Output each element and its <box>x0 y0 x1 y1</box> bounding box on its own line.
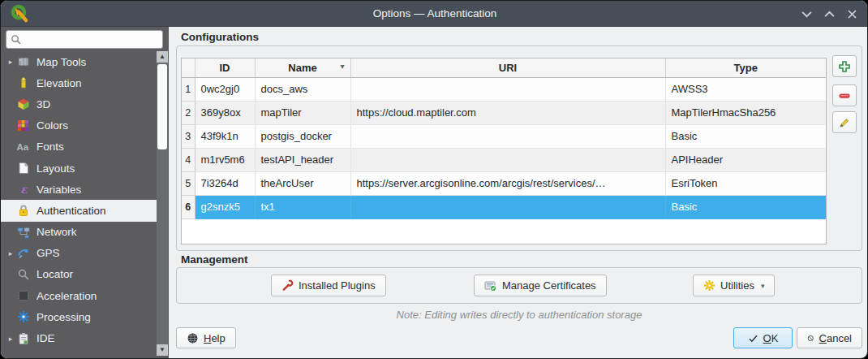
cell-uri[interactable] <box>350 195 665 218</box>
scroll-up-icon[interactable]: ▲ <box>157 51 168 63</box>
configurations-table[interactable]: ID Name▾ URI Type 1 0wc2gj0 docs_aws AWS… <box>181 58 827 244</box>
cell-id[interactable]: 369y8ox <box>195 101 255 124</box>
cell-type[interactable]: EsriToken <box>665 171 826 195</box>
network-icon <box>16 225 30 239</box>
row-number[interactable]: 6 <box>182 195 195 218</box>
table-row-selected[interactable]: 6 g2snzk5 tx1 Basic <box>182 195 826 218</box>
help-button[interactable]: Help <box>176 327 236 348</box>
sidebar-item-label: Processing <box>37 311 91 323</box>
row-number[interactable]: 4 <box>182 148 195 171</box>
sidebar-item-acceleration[interactable]: Acceleration <box>1 285 157 306</box>
edit-configuration-button[interactable] <box>832 111 857 133</box>
ok-button[interactable]: OK <box>733 327 793 348</box>
table-row[interactable]: 2 369y8ox mapTiler https://cloud.maptile… <box>182 101 826 124</box>
cell-uri[interactable] <box>350 124 665 148</box>
sidebar-search[interactable] <box>6 30 163 49</box>
title-bar[interactable]: Options — Authentication <box>1 1 868 27</box>
cell-uri[interactable] <box>350 77 665 101</box>
cancel-button[interactable]: Cancel <box>797 327 862 348</box>
column-header-id[interactable]: ID <box>195 58 255 77</box>
utilities-button[interactable]: Utilities ▾ <box>693 275 775 296</box>
table-row[interactable]: 3 43f9k1n postgis_docker Basic <box>182 124 826 148</box>
sidebar-item-3d[interactable]: 3D <box>1 93 157 115</box>
cell-name[interactable]: mapTiler <box>255 101 350 124</box>
search-input[interactable] <box>24 34 158 45</box>
corner-header <box>182 58 195 77</box>
add-configuration-button[interactable] <box>832 55 857 77</box>
wrench-icon <box>281 279 294 292</box>
scrollbar-thumb[interactable] <box>157 64 167 149</box>
colors-icon <box>16 119 30 132</box>
sidebar-item-authentication[interactable]: Authentication <box>1 200 157 221</box>
cell-id[interactable]: 7i3264d <box>195 171 255 195</box>
cell-name[interactable]: tx1 <box>255 195 350 218</box>
window-shade-icon[interactable] <box>801 8 812 19</box>
cell-id[interactable]: 43f9k1n <box>195 124 255 148</box>
expand-arrow-icon[interactable]: ▸ <box>5 335 16 343</box>
column-header-name[interactable]: Name▾ <box>255 58 350 77</box>
sidebar-item-processing[interactable]: Processing <box>1 306 157 327</box>
expand-arrow-icon[interactable]: ▸ <box>5 249 16 257</box>
sidebar-item-elevation[interactable]: Elevation <box>1 72 157 93</box>
check-icon <box>748 333 758 344</box>
cell-uri[interactable]: https://server.arcgisonline.com/arcgis/r… <box>350 171 665 195</box>
cell-type[interactable]: Basic <box>665 195 826 218</box>
table-row[interactable]: 1 0wc2gj0 docs_aws AWSS3 <box>182 77 826 101</box>
sort-descending-icon: ▾ <box>340 62 344 71</box>
cell-id[interactable]: g2snzk5 <box>195 195 255 218</box>
sidebar-item-ide[interactable]: ▸ IDE <box>1 327 157 348</box>
table-row[interactable]: 5 7i3264d theArcUser https://server.arcg… <box>182 171 826 195</box>
cell-name[interactable]: postgis_docker <box>255 124 350 148</box>
svg-text:ε: ε <box>20 183 28 196</box>
help-icon <box>187 332 199 344</box>
gps-icon <box>16 246 30 260</box>
window-maximize-icon[interactable] <box>823 8 835 19</box>
sidebar-scrollbar[interactable]: ▲ ▼ <box>157 51 168 356</box>
sidebar-item-label: IDE <box>37 332 55 344</box>
installed-plugins-label: Installed Plugins <box>299 279 376 292</box>
sidebar-item-locator[interactable]: Locator <box>1 264 157 285</box>
sidebar-item-network[interactable]: Network <box>1 222 157 243</box>
remove-configuration-button[interactable] <box>832 84 857 106</box>
sidebar-item-label: Variables <box>37 184 81 196</box>
sidebar-item-label: Locator <box>37 268 73 280</box>
cell-id[interactable]: m1rv5m6 <box>195 148 255 171</box>
cell-type[interactable]: AWSS3 <box>665 77 826 101</box>
sidebar-item-label: Acceleration <box>37 290 97 302</box>
sidebar-item-variables[interactable]: ε Variables <box>1 179 157 200</box>
cell-name[interactable]: theArcUser <box>255 171 350 195</box>
sidebar-item-fonts[interactable]: Aa Fonts <box>1 136 157 158</box>
manage-certificates-label: Manage Certificates <box>502 279 596 292</box>
sidebar-item-layouts[interactable]: Layouts <box>1 158 157 179</box>
column-header-uri[interactable]: URI <box>350 58 665 77</box>
scroll-down-icon[interactable]: ▼ <box>157 344 168 356</box>
configurations-group-title: Configurations <box>181 31 259 43</box>
cell-name[interactable]: docs_aws <box>255 77 350 101</box>
sidebar-item-gps[interactable]: ▸ GPS <box>1 243 157 264</box>
cell-uri[interactable] <box>350 148 665 171</box>
cell-id[interactable]: 0wc2gj0 <box>195 77 255 101</box>
sidebar-item-label: Elevation <box>37 77 82 89</box>
manage-certificates-button[interactable]: Manage Certificates <box>474 275 607 296</box>
variables-icon: ε <box>16 183 30 197</box>
table-row[interactable]: 4 m1rv5m6 testAPI_header APIHeader <box>182 148 826 171</box>
cell-type[interactable]: Basic <box>665 124 826 148</box>
sidebar-item-colors[interactable]: Colors <box>1 115 157 136</box>
settings-sidebar: ▸ Map Tools Elevation 3D Colors <box>1 27 169 359</box>
window-close-icon[interactable] <box>846 8 857 19</box>
row-number[interactable]: 2 <box>182 101 195 124</box>
row-number[interactable]: 1 <box>182 77 195 101</box>
row-number[interactable]: 5 <box>182 171 195 195</box>
cell-type[interactable]: APIHeader <box>665 148 826 171</box>
cell-type[interactable]: MapTilerHmacSha256 <box>665 101 826 124</box>
installed-plugins-button[interactable]: Installed Plugins <box>271 275 386 296</box>
sidebar-item-map-tools[interactable]: ▸ Map Tools <box>1 51 157 72</box>
expand-arrow-icon[interactable]: ▸ <box>5 58 16 66</box>
dropdown-caret-icon: ▾ <box>761 282 765 290</box>
options-dialog: Options — Authentication ▸ Map Tools <box>0 0 868 359</box>
row-number[interactable]: 3 <box>182 124 195 148</box>
sidebar-item-label: GPS <box>37 247 60 259</box>
column-header-type[interactable]: Type <box>665 58 826 77</box>
cell-name[interactable]: testAPI_header <box>255 148 350 171</box>
cell-uri[interactable]: https://cloud.maptiler.com <box>350 101 665 124</box>
